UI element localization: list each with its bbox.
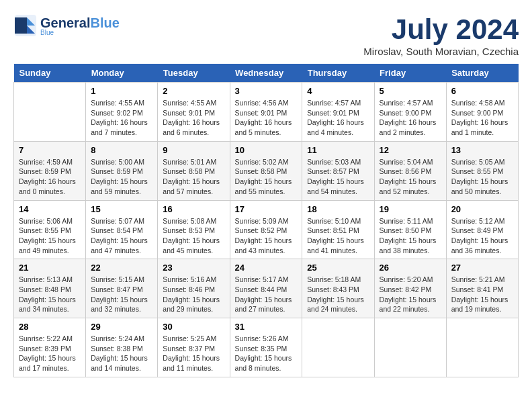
weekday-header: Monday — [86, 64, 158, 83]
day-number: 2 — [163, 86, 224, 96]
calendar-cell: 27Sunrise: 5:21 AM Sunset: 8:41 PM Dayli… — [446, 259, 518, 318]
day-number: 31 — [235, 322, 298, 332]
calendar-cell: 6Sunrise: 4:58 AM Sunset: 9:00 PM Daylig… — [446, 83, 518, 142]
logo-icon — [13, 13, 38, 38]
calendar-cell — [14, 83, 86, 142]
day-info: Sunrise: 4:56 AM Sunset: 9:01 PM Dayligh… — [235, 98, 298, 138]
day-info: Sunrise: 5:20 AM Sunset: 8:42 PM Dayligh… — [380, 275, 441, 314]
day-info: Sunrise: 5:07 AM Sunset: 8:54 PM Dayligh… — [91, 216, 152, 256]
calendar-cell: 3Sunrise: 4:56 AM Sunset: 9:01 PM Daylig… — [230, 83, 302, 142]
day-number: 29 — [91, 322, 152, 332]
calendar-cell: 7Sunrise: 4:59 AM Sunset: 8:59 PM Daylig… — [14, 141, 86, 200]
calendar-week-row: 21Sunrise: 5:13 AM Sunset: 8:48 PM Dayli… — [14, 259, 519, 318]
day-number: 25 — [307, 263, 369, 273]
calendar-cell: 30Sunrise: 5:25 AM Sunset: 8:37 PM Dayli… — [158, 318, 230, 377]
calendar-cell: 17Sunrise: 5:09 AM Sunset: 8:52 PM Dayli… — [230, 200, 302, 259]
day-info: Sunrise: 5:00 AM Sunset: 8:59 PM Dayligh… — [91, 157, 152, 197]
calendar-cell: 24Sunrise: 5:17 AM Sunset: 8:44 PM Dayli… — [230, 259, 302, 318]
day-number: 15 — [91, 204, 152, 214]
day-info: Sunrise: 5:10 AM Sunset: 8:51 PM Dayligh… — [307, 216, 369, 256]
day-info: Sunrise: 5:05 AM Sunset: 8:55 PM Dayligh… — [451, 157, 513, 197]
day-number: 8 — [91, 145, 152, 155]
calendar-cell: 19Sunrise: 5:11 AM Sunset: 8:50 PM Dayli… — [374, 200, 446, 259]
calendar-cell: 4Sunrise: 4:57 AM Sunset: 9:01 PM Daylig… — [302, 83, 374, 142]
calendar-cell: 10Sunrise: 5:02 AM Sunset: 8:58 PM Dayli… — [230, 141, 302, 200]
day-info: Sunrise: 5:24 AM Sunset: 8:38 PM Dayligh… — [91, 334, 152, 373]
day-number: 18 — [307, 204, 369, 214]
day-number: 9 — [163, 145, 224, 155]
page-header: GeneralBlue Blue July 2024 Miroslav, Sou… — [13, 13, 519, 57]
day-number: 28 — [19, 322, 81, 332]
weekday-header: Wednesday — [230, 64, 302, 83]
day-number: 11 — [307, 145, 369, 155]
day-number: 1 — [91, 86, 152, 96]
day-info: Sunrise: 5:04 AM Sunset: 8:56 PM Dayligh… — [380, 157, 441, 197]
weekday-header: Saturday — [446, 64, 518, 83]
day-info: Sunrise: 5:12 AM Sunset: 8:49 PM Dayligh… — [451, 216, 513, 256]
location: Miroslav, South Moravian, Czechia — [363, 46, 519, 57]
calendar-cell: 25Sunrise: 5:18 AM Sunset: 8:43 PM Dayli… — [302, 259, 374, 318]
day-number: 21 — [19, 263, 81, 273]
calendar-cell — [446, 318, 518, 377]
day-info: Sunrise: 5:17 AM Sunset: 8:44 PM Dayligh… — [235, 275, 298, 314]
day-number: 3 — [235, 86, 298, 96]
day-number: 17 — [235, 204, 298, 214]
day-info: Sunrise: 5:11 AM Sunset: 8:50 PM Dayligh… — [380, 216, 441, 256]
calendar-cell: 16Sunrise: 5:08 AM Sunset: 8:53 PM Dayli… — [158, 200, 230, 259]
day-number: 5 — [380, 86, 441, 96]
day-info: Sunrise: 5:16 AM Sunset: 8:46 PM Dayligh… — [163, 275, 224, 314]
day-info: Sunrise: 4:59 AM Sunset: 8:59 PM Dayligh… — [19, 157, 81, 197]
calendar-cell: 21Sunrise: 5:13 AM Sunset: 8:48 PM Dayli… — [14, 259, 86, 318]
calendar-cell: 1Sunrise: 4:55 AM Sunset: 9:02 PM Daylig… — [86, 83, 158, 142]
day-info: Sunrise: 4:55 AM Sunset: 9:02 PM Dayligh… — [91, 98, 152, 138]
calendar-cell: 9Sunrise: 5:01 AM Sunset: 8:58 PM Daylig… — [158, 141, 230, 200]
day-info: Sunrise: 5:06 AM Sunset: 8:55 PM Dayligh… — [19, 216, 81, 256]
day-info: Sunrise: 5:09 AM Sunset: 8:52 PM Dayligh… — [235, 216, 298, 256]
day-info: Sunrise: 5:13 AM Sunset: 8:48 PM Dayligh… — [19, 275, 81, 314]
calendar-table: SundayMondayTuesdayWednesdayThursdayFrid… — [13, 64, 519, 377]
calendar-cell: 18Sunrise: 5:10 AM Sunset: 8:51 PM Dayli… — [302, 200, 374, 259]
calendar-cell: 14Sunrise: 5:06 AM Sunset: 8:55 PM Dayli… — [14, 200, 86, 259]
weekday-header: Friday — [374, 64, 446, 83]
weekday-header: Thursday — [302, 64, 374, 83]
day-number: 14 — [19, 204, 81, 214]
day-info: Sunrise: 5:08 AM Sunset: 8:53 PM Dayligh… — [163, 216, 224, 256]
calendar-cell: 15Sunrise: 5:07 AM Sunset: 8:54 PM Dayli… — [86, 200, 158, 259]
calendar-cell: 29Sunrise: 5:24 AM Sunset: 8:38 PM Dayli… — [86, 318, 158, 377]
calendar-week-row: 7Sunrise: 4:59 AM Sunset: 8:59 PM Daylig… — [14, 141, 519, 200]
calendar-cell: 5Sunrise: 4:57 AM Sunset: 9:00 PM Daylig… — [374, 83, 446, 142]
weekday-header: Tuesday — [158, 64, 230, 83]
weekday-header: Sunday — [14, 64, 86, 83]
day-number: 23 — [163, 263, 224, 273]
day-info: Sunrise: 4:58 AM Sunset: 9:00 PM Dayligh… — [451, 98, 513, 138]
calendar-cell: 20Sunrise: 5:12 AM Sunset: 8:49 PM Dayli… — [446, 200, 518, 259]
title-block: July 2024 Miroslav, South Moravian, Czec… — [363, 13, 519, 57]
day-number: 22 — [91, 263, 152, 273]
day-info: Sunrise: 5:21 AM Sunset: 8:41 PM Dayligh… — [451, 275, 513, 314]
calendar-cell: 11Sunrise: 5:03 AM Sunset: 8:57 PM Dayli… — [302, 141, 374, 200]
calendar-week-row: 28Sunrise: 5:22 AM Sunset: 8:39 PM Dayli… — [14, 318, 519, 377]
day-number: 24 — [235, 263, 298, 273]
day-number: 7 — [19, 145, 81, 155]
calendar-cell: 31Sunrise: 5:26 AM Sunset: 8:35 PM Dayli… — [230, 318, 302, 377]
calendar-cell: 8Sunrise: 5:00 AM Sunset: 8:59 PM Daylig… — [86, 141, 158, 200]
calendar-cell: 13Sunrise: 5:05 AM Sunset: 8:55 PM Dayli… — [446, 141, 518, 200]
day-info: Sunrise: 5:15 AM Sunset: 8:47 PM Dayligh… — [91, 275, 152, 314]
day-info: Sunrise: 5:01 AM Sunset: 8:58 PM Dayligh… — [163, 157, 224, 197]
calendar-cell: 26Sunrise: 5:20 AM Sunset: 8:42 PM Dayli… — [374, 259, 446, 318]
calendar-cell: 22Sunrise: 5:15 AM Sunset: 8:47 PM Dayli… — [86, 259, 158, 318]
calendar-cell: 23Sunrise: 5:16 AM Sunset: 8:46 PM Dayli… — [158, 259, 230, 318]
day-number: 26 — [380, 263, 441, 273]
day-number: 30 — [163, 322, 224, 332]
day-number: 6 — [451, 86, 513, 96]
weekday-header-row: SundayMondayTuesdayWednesdayThursdayFrid… — [14, 64, 519, 83]
day-info: Sunrise: 5:03 AM Sunset: 8:57 PM Dayligh… — [307, 157, 369, 197]
day-number: 27 — [451, 263, 513, 273]
day-number: 4 — [307, 86, 369, 96]
logo: GeneralBlue Blue — [13, 13, 120, 38]
day-number: 13 — [451, 145, 513, 155]
calendar-week-row: 1Sunrise: 4:55 AM Sunset: 9:02 PM Daylig… — [14, 83, 519, 142]
day-info: Sunrise: 5:26 AM Sunset: 8:35 PM Dayligh… — [235, 334, 298, 373]
calendar-cell: 12Sunrise: 5:04 AM Sunset: 8:56 PM Dayli… — [374, 141, 446, 200]
calendar-cell: 28Sunrise: 5:22 AM Sunset: 8:39 PM Dayli… — [14, 318, 86, 377]
